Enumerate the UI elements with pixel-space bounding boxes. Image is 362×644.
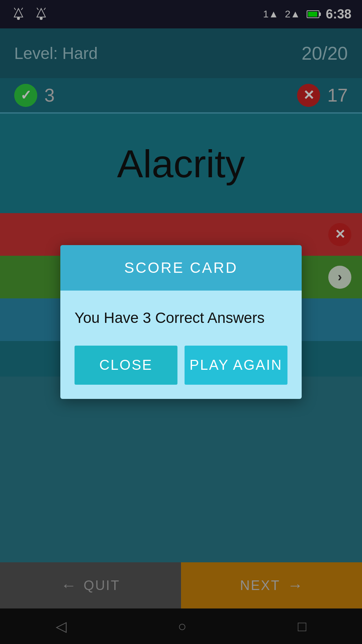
modal-overlay: SCORE CARD You Have 3 Correct Answers CL… (0, 0, 362, 644)
score-card-modal: SCORE CARD You Have 3 Correct Answers CL… (60, 245, 302, 399)
modal-message: You Have 3 Correct Answers (75, 308, 287, 328)
play-again-button[interactable]: PLAY AGAIN (185, 346, 287, 385)
modal-buttons: CLOSE PLAY AGAIN (75, 346, 287, 385)
modal-body: You Have 3 Correct Answers CLOSE PLAY AG… (60, 291, 302, 399)
modal-header: SCORE CARD (60, 245, 302, 291)
modal-title: SCORE CARD (124, 259, 238, 276)
close-button[interactable]: CLOSE (75, 346, 177, 385)
